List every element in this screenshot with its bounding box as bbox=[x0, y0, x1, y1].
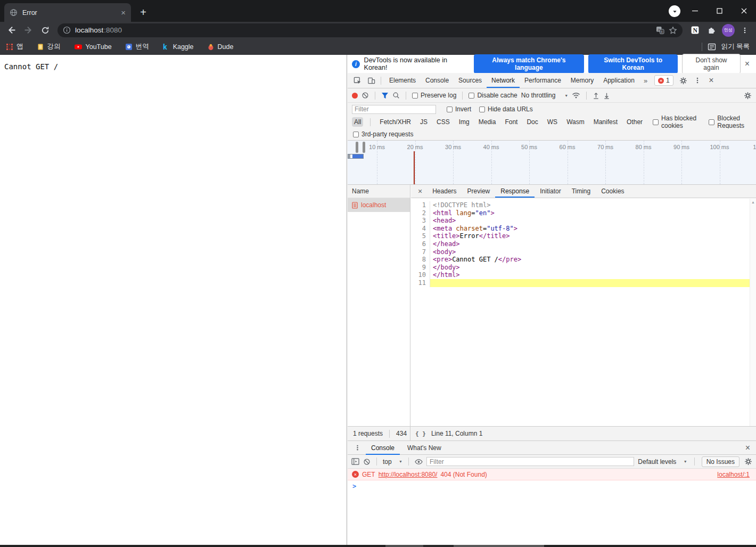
name-column-header[interactable]: Name bbox=[348, 185, 410, 198]
close-request-icon[interactable]: × bbox=[413, 187, 427, 195]
profile-avatar[interactable]: 민성 bbox=[722, 24, 735, 37]
code-scrollbar[interactable]: ▲ bbox=[750, 199, 756, 426]
response-tab-timing[interactable]: Timing bbox=[566, 185, 596, 198]
console-filter-input[interactable] bbox=[426, 457, 634, 466]
site-info-icon[interactable] bbox=[63, 26, 71, 34]
type-filter-all[interactable]: All bbox=[352, 117, 363, 127]
devtools-settings-icon[interactable] bbox=[677, 74, 690, 87]
no-issues-button[interactable]: No Issues bbox=[702, 456, 739, 467]
type-filter-media[interactable]: Media bbox=[476, 117, 498, 127]
maximize-button[interactable] bbox=[707, 0, 732, 22]
error-source-link[interactable]: localhost/:1 bbox=[717, 471, 752, 478]
bookmark-5[interactable]: kKaggle bbox=[163, 43, 194, 51]
devtools-tab-console[interactable]: Console bbox=[421, 73, 454, 88]
export-har-icon[interactable] bbox=[603, 92, 610, 99]
bookmark-star-icon[interactable] bbox=[669, 26, 677, 35]
devtools-tab-performance[interactable]: Performance bbox=[520, 73, 566, 88]
network-settings-icon[interactable] bbox=[744, 92, 752, 100]
search-icon[interactable] bbox=[392, 92, 400, 99]
dont-show-again-button[interactable]: Don't show again bbox=[682, 54, 740, 74]
network-filter-input[interactable] bbox=[352, 105, 436, 114]
forward-icon[interactable] bbox=[21, 23, 35, 37]
type-filter-js[interactable]: JS bbox=[418, 117, 430, 127]
download-status-button[interactable] bbox=[669, 5, 680, 17]
type-filter-ws[interactable]: WS bbox=[545, 117, 560, 127]
response-code-viewer[interactable]: 1<!DOCTYPE html>2<html lang="en">3<head>… bbox=[411, 199, 756, 426]
live-expression-eye-icon[interactable] bbox=[415, 459, 423, 465]
type-filter-doc[interactable]: Doc bbox=[524, 117, 540, 127]
console-settings-icon[interactable] bbox=[744, 458, 752, 466]
match-language-button[interactable]: Always match Chrome's language bbox=[474, 54, 584, 74]
record-icon[interactable] bbox=[352, 93, 358, 99]
network-overview-timeline[interactable]: 10 ms20 ms30 ms40 ms50 ms60 ms70 ms80 ms… bbox=[348, 141, 756, 185]
console-sidebar-icon[interactable] bbox=[351, 458, 359, 465]
browser-menu-icon[interactable] bbox=[738, 23, 752, 37]
context-selector[interactable]: top ▼ bbox=[383, 458, 402, 466]
tab-whats-new[interactable]: What's New bbox=[402, 441, 447, 455]
devtools-tab-application[interactable]: Application bbox=[598, 73, 639, 88]
preserve-log-checkbox[interactable]: Preserve log bbox=[412, 92, 456, 99]
bookmark-3[interactable]: YouTube bbox=[75, 43, 112, 51]
devtools-tab-elements[interactable]: Elements bbox=[384, 73, 421, 88]
inspect-element-icon[interactable] bbox=[351, 74, 364, 87]
reading-list-label[interactable]: 읽기 목록 bbox=[721, 42, 750, 51]
more-tabs-icon[interactable]: » bbox=[640, 77, 651, 85]
import-har-icon[interactable] bbox=[593, 92, 599, 99]
close-button[interactable] bbox=[732, 0, 756, 22]
timeline-handle[interactable] bbox=[356, 142, 358, 153]
timeline-handle[interactable] bbox=[363, 142, 365, 153]
bookmark-2[interactable]: 강의 bbox=[37, 42, 61, 51]
switch-korean-button[interactable]: Switch DevTools to Korean bbox=[588, 54, 678, 74]
response-tab-preview[interactable]: Preview bbox=[462, 185, 496, 198]
clear-icon[interactable] bbox=[361, 92, 369, 99]
tab-close-icon[interactable]: × bbox=[121, 9, 126, 17]
response-tab-response[interactable]: Response bbox=[495, 185, 535, 198]
infobar-close-icon[interactable]: × bbox=[745, 60, 752, 68]
response-tab-initiator[interactable]: Initiator bbox=[535, 185, 566, 198]
extensions-puzzle-icon[interactable] bbox=[705, 23, 719, 37]
log-levels-dropdown[interactable]: Default levels ▼ bbox=[638, 458, 687, 466]
notion-extension-icon[interactable]: N bbox=[688, 23, 702, 37]
request-row-localhost[interactable]: localhost bbox=[348, 198, 410, 212]
hide-data-urls-checkbox[interactable]: Hide data URLs bbox=[479, 105, 533, 113]
type-filter-fetchxhr[interactable]: Fetch/XHR bbox=[377, 117, 413, 127]
disable-cache-checkbox[interactable]: Disable cache bbox=[469, 92, 517, 99]
device-toolbar-icon[interactable] bbox=[365, 74, 377, 87]
response-tab-cookies[interactable]: Cookies bbox=[596, 185, 629, 198]
error-url-link[interactable]: http://localhost:8080/ bbox=[379, 471, 438, 478]
devtools-close-icon[interactable]: × bbox=[705, 74, 718, 87]
console-clear-icon[interactable] bbox=[363, 458, 371, 466]
invert-checkbox[interactable]: Invert bbox=[447, 105, 471, 113]
devtools-tab-memory[interactable]: Memory bbox=[566, 73, 598, 88]
blocked-requests-checkbox[interactable]: Blocked Requests bbox=[709, 115, 752, 129]
response-tab-headers[interactable]: Headers bbox=[427, 185, 462, 198]
devtools-tab-sources[interactable]: Sources bbox=[454, 73, 487, 88]
back-icon[interactable] bbox=[4, 23, 18, 37]
filter-funnel-icon[interactable] bbox=[381, 92, 389, 99]
type-filter-css[interactable]: CSS bbox=[434, 117, 452, 127]
third-party-checkbox[interactable]: 3rd-party requests bbox=[353, 130, 413, 138]
reload-icon[interactable] bbox=[38, 23, 52, 37]
tab-console[interactable]: Console bbox=[366, 441, 400, 455]
bookmark-1[interactable]: 앱 bbox=[6, 42, 23, 51]
pretty-print-icon[interactable]: { } bbox=[415, 430, 426, 437]
url-bar[interactable]: localhost :8080 ak bbox=[57, 23, 683, 37]
network-conditions-icon[interactable] bbox=[572, 92, 580, 99]
drawer-menu-icon[interactable] bbox=[351, 442, 364, 454]
translate-icon[interactable]: ak bbox=[656, 26, 664, 35]
type-filter-other[interactable]: Other bbox=[624, 117, 645, 127]
devtools-tab-network[interactable]: Network bbox=[487, 73, 520, 88]
type-filter-img[interactable]: Img bbox=[457, 117, 472, 127]
minimize-button[interactable] bbox=[683, 0, 707, 22]
type-filter-wasm[interactable]: Wasm bbox=[564, 117, 587, 127]
has-blocked-cookies-checkbox[interactable]: Has blocked cookies bbox=[653, 115, 701, 129]
throttling-dropdown[interactable]: No throttling ▼ bbox=[521, 92, 568, 99]
type-filter-font[interactable]: Font bbox=[503, 117, 520, 127]
error-count-badge[interactable]: × 1 bbox=[654, 75, 673, 86]
devtools-menu-icon[interactable] bbox=[691, 74, 704, 87]
bookmark-4[interactable]: 번역 bbox=[126, 42, 149, 51]
console-prompt[interactable]: > bbox=[348, 480, 756, 492]
bookmark-6[interactable]: Dude bbox=[208, 43, 234, 51]
type-filter-manifest[interactable]: Manifest bbox=[591, 117, 620, 127]
new-tab-button[interactable]: + bbox=[136, 5, 151, 20]
